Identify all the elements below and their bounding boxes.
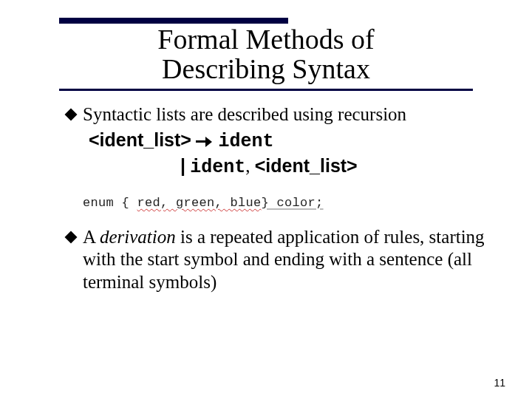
grammar-line-2: | ident, <ident_list> [180,154,491,180]
terminal-ident: ident [218,131,273,152]
diamond-bullet-icon [66,110,75,119]
slide-body: Syntactic lists are described using recu… [66,103,491,295]
enum-ids: red, green, blue [137,196,262,210]
pipe-symbol: | [180,155,185,176]
grammar-line-1: <ident_list> ident [89,128,491,154]
bullet-2-text: A derivation is a repeated application o… [83,226,491,294]
bullet-1-text: Syntactic lists are described using recu… [83,103,406,126]
slide-title: Formal Methods of Describing Syntax [59,25,473,91]
nonterminal-lhs: <ident_list> [89,129,191,150]
bullet-item-1: Syntactic lists are described using recu… [66,103,491,126]
bullet-item-2: A derivation is a repeated application o… [66,226,491,294]
comma-sep: , [245,156,255,176]
nonterminal-rhs: <ident_list> [255,155,358,176]
grammar-rule: <ident_list> ident | ident, <ident_list> [89,128,491,180]
bullet-2-em: derivation [100,227,176,247]
arrow-icon [196,137,214,147]
enum-prefix: enum { [83,196,137,210]
terminal-ident-2: ident [190,157,245,178]
page-number: 11 [494,377,505,389]
bullet-2-a: A [83,227,100,247]
enum-suffix: } color; [262,196,324,210]
diamond-bullet-icon [66,233,75,242]
title-top-rule [59,18,288,24]
title-line-2: Describing Syntax [162,53,370,84]
title-line-1: Formal Methods of [157,24,374,55]
enum-code-example: enum { red, green, blue} color; [83,196,491,210]
